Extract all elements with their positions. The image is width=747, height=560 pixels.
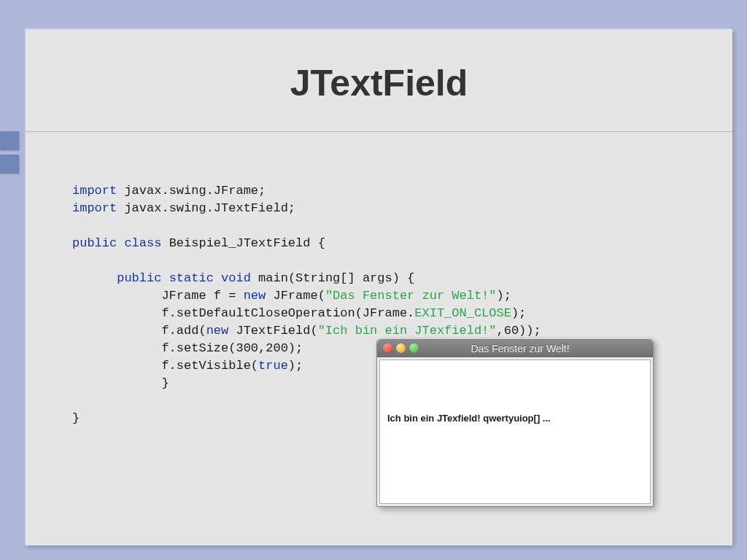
accent-bar-bottom <box>0 155 19 174</box>
code-keyword: new <box>244 289 266 303</box>
code-text: Beispiel_JTextField { <box>161 236 325 250</box>
code-keyword: public <box>117 271 161 285</box>
jframe-body: Ich bin ein JTexfield! qwertyuiop[] ... <box>379 359 651 504</box>
code-keyword: static <box>161 271 213 285</box>
code-text: ); <box>497 289 511 303</box>
code-text: javax.swing.JTextField; <box>117 201 295 215</box>
code-text: JFrame f = <box>161 289 243 303</box>
code-keyword: class <box>117 236 161 250</box>
code-keyword: void <box>214 271 251 285</box>
code-string: "Ich bin ein JTexfield!" <box>318 324 497 338</box>
code-text: f.setSize(300,200); <box>161 341 303 355</box>
code-text: ); <box>511 306 526 320</box>
code-text: JFrame( <box>266 289 325 303</box>
code-string: "Das Fenster zur Welt!" <box>325 289 497 303</box>
code-text: f.setDefaultCloseOperation(JFrame. <box>161 306 414 320</box>
code-keyword: import <box>72 201 117 215</box>
code-keyword: new <box>206 324 229 338</box>
code-keyword: public <box>72 236 117 250</box>
code-text: ,60)); <box>497 324 541 338</box>
code-keyword: true <box>258 359 288 373</box>
slide-title: JTextField <box>26 29 732 104</box>
zoom-icon[interactable] <box>409 343 419 353</box>
code-text: } <box>161 376 169 390</box>
code-text: } <box>72 411 80 425</box>
close-icon[interactable] <box>383 343 392 353</box>
minimize-icon[interactable] <box>396 343 406 353</box>
code-text: f.setVisible( <box>161 359 258 373</box>
code-text: f.add( <box>161 324 206 338</box>
code-const: EXIT_ON_CLOSE <box>414 306 511 320</box>
code-text: JTextField( <box>228 324 317 338</box>
code-text: ); <box>288 359 303 373</box>
jframe-window: Das Fenster zur Welt! Ich bin ein JTexfi… <box>376 339 654 507</box>
jtextfield-input[interactable]: Ich bin ein JTexfield! qwertyuiop[] ... <box>380 360 650 424</box>
code-text: javax.swing.JFrame; <box>117 184 266 198</box>
jframe-title: Das Fenster zur Welt! <box>422 343 618 354</box>
accent-bar-top <box>0 131 19 150</box>
jframe-titlebar[interactable]: Das Fenster zur Welt! <box>377 340 653 357</box>
code-keyword: import <box>72 184 117 198</box>
code-text: main(String[] args) { <box>251 271 414 285</box>
title-rule <box>26 131 732 132</box>
